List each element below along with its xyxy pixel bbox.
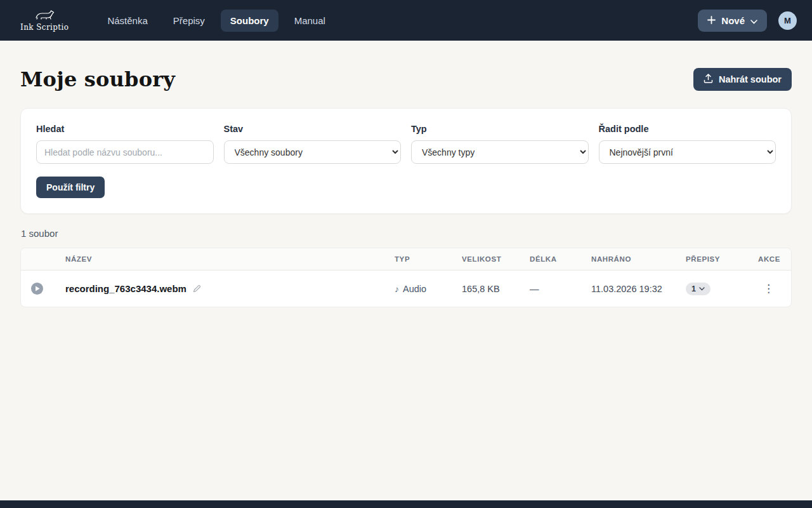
nav-item-manual[interactable]: Manual	[285, 10, 335, 32]
new-button[interactable]: Nové	[698, 10, 767, 32]
edit-pencil-icon[interactable]	[193, 284, 201, 293]
play-button[interactable]	[31, 283, 43, 295]
filter-grid: Hledat Stav Všechny soubory Typ Všechny …	[36, 124, 776, 164]
status-label: Stav	[224, 124, 402, 134]
badge-chevron-icon	[699, 287, 705, 291]
file-duration: —	[522, 271, 584, 307]
transcripts-badge[interactable]: 1	[686, 283, 710, 295]
header-name: NÁZEV	[58, 248, 387, 271]
app-logo[interactable]: Ink Scriptio	[20, 9, 69, 32]
header-type: TYP	[387, 248, 454, 271]
dog-logo-icon	[34, 9, 55, 22]
main-content: Moje soubory Nahrát soubor Hledat Stav V…	[0, 67, 812, 307]
navbar-right: Nové M	[698, 10, 797, 32]
footer-bar	[0, 500, 812, 508]
search-input[interactable]	[36, 140, 214, 164]
filter-card: Hledat Stav Všechny soubory Typ Všechny …	[20, 108, 792, 214]
files-table-card: NÁZEV TYP VELIKOST DÉLKA NAHRÁNO PŘEPISY…	[20, 248, 792, 307]
type-select[interactable]: Všechny typy	[411, 140, 589, 164]
filter-status-group: Stav Všechny soubory	[224, 124, 402, 164]
file-name[interactable]: recording_763c3434.webm	[65, 283, 187, 294]
upload-file-button[interactable]: Nahrát soubor	[693, 68, 792, 91]
upload-button-label: Nahrát soubor	[719, 74, 782, 84]
search-label: Hledat	[36, 124, 214, 134]
header-size: VELIKOST	[454, 248, 522, 271]
filter-search-group: Hledat	[36, 124, 214, 164]
file-size: 165,8 KB	[454, 271, 522, 307]
sort-select[interactable]: Nejnovější první	[599, 140, 776, 164]
filter-type-group: Typ Všechny typy	[411, 124, 589, 164]
user-avatar[interactable]: M	[778, 11, 797, 30]
nav-item-nastenka[interactable]: Nástěnka	[98, 10, 157, 32]
header-uploaded: NAHRÁNO	[584, 248, 678, 271]
table-row: recording_763c3434.webm ♪ Audio	[21, 271, 791, 307]
nav-item-prepisy[interactable]: Přepisy	[164, 10, 214, 32]
file-count: 1 soubor	[21, 228, 792, 239]
chevron-down-icon	[750, 15, 757, 26]
sort-label: Řadit podle	[599, 124, 776, 134]
music-note-icon: ♪	[395, 284, 399, 294]
upload-icon	[704, 74, 713, 85]
header-transcripts: PŘEPISY	[678, 248, 750, 271]
top-navbar: Ink Scriptio Nástěnka Přepisy Soubory Ma…	[0, 0, 812, 41]
table-header-row: NÁZEV TYP VELIKOST DÉLKA NAHRÁNO PŘEPISY…	[21, 248, 791, 271]
plus-icon	[707, 15, 716, 26]
apply-filters-button[interactable]: Použít filtry	[36, 177, 105, 198]
page-title: Moje soubory	[20, 67, 175, 91]
files-table: NÁZEV TYP VELIKOST DÉLKA NAHRÁNO PŘEPISY…	[21, 248, 791, 307]
file-type: Audio	[403, 284, 426, 294]
header-play	[21, 248, 58, 271]
new-button-label: Nové	[721, 15, 745, 26]
main-nav: Nástěnka Přepisy Soubory Manual	[98, 10, 334, 32]
nav-item-soubory[interactable]: Soubory	[221, 10, 278, 32]
title-row: Moje soubory Nahrát soubor	[20, 67, 792, 91]
logo-text: Ink Scriptio	[20, 23, 69, 32]
file-uploaded: 11.03.2026 19:32	[584, 271, 678, 307]
status-select[interactable]: Všechny soubory	[224, 140, 402, 164]
header-duration: DÉLKA	[522, 248, 584, 271]
header-actions: AKCE	[750, 248, 791, 271]
transcripts-count: 1	[691, 284, 696, 293]
filter-sort-group: Řadit podle Nejnovější první	[599, 124, 776, 164]
row-actions-kebab-icon[interactable]: ⋮	[758, 281, 779, 297]
type-label: Typ	[411, 124, 589, 134]
